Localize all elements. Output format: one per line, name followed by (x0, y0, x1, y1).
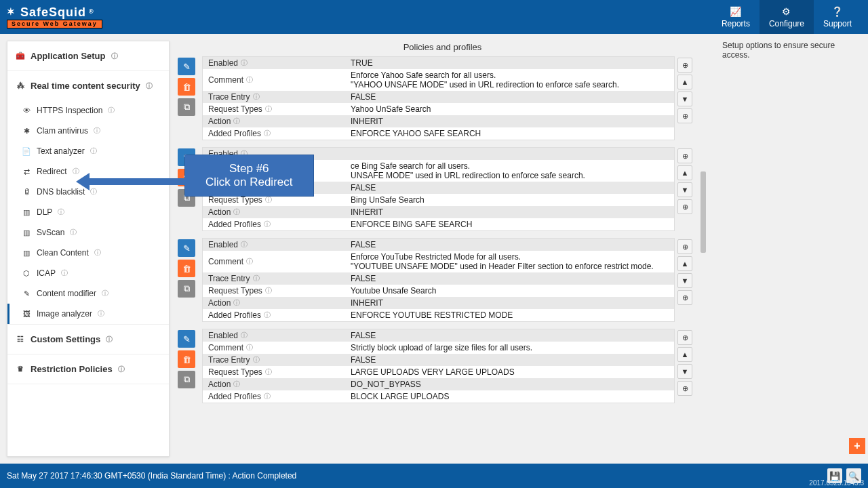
sliders-icon: ☷ (16, 335, 25, 344)
field-value: FALSE (345, 239, 674, 251)
edit-button[interactable]: ✎ (178, 330, 195, 348)
info-icon: ⓘ (94, 126, 100, 136)
sidebar-item-svscan[interactable]: ▥SvScan ⓘ (7, 222, 169, 243)
move-up-button[interactable]: ▲ (677, 75, 692, 89)
sidebar-restriction-policies[interactable]: ♛ Restriction Policies ⓘ (7, 354, 169, 384)
nav-support-label: Support (823, 19, 852, 28)
sidebar-item-label: DLP (37, 207, 52, 217)
edit-button[interactable]: ✎ (178, 58, 195, 75)
sidebar-restriction-label: Restriction Policies (31, 364, 113, 374)
chart-icon: 📈 (730, 6, 741, 17)
sidebar-item-clean-content[interactable]: ▥Clean Content ⓘ (7, 243, 169, 263)
move-up-button[interactable]: ▲ (677, 256, 692, 271)
field-value: INHERIT (345, 115, 674, 127)
info-icon: ⓘ (94, 248, 101, 258)
field-value: ENFORCE BING SAFE SEARCH (345, 218, 674, 230)
policy-table: Enabled ⓘTRUEComment ⓘEnforce Yahoo Safe… (202, 56, 675, 140)
sidebar-item-image-analyzer[interactable]: 🖼Image analyzer ⓘ (7, 304, 169, 324)
policy-list: ✎ 🗑 ⧉ Enabled ⓘTRUEComment ⓘEnforce Yaho… (178, 56, 699, 457)
move-bottom-button[interactable]: ⊕ (677, 199, 692, 214)
field-value: Youtube Unsafe Search (345, 285, 674, 297)
callout-arrow-icon (76, 171, 186, 192)
nav-configure[interactable]: ⚙ Configure (760, 0, 814, 34)
edit-button[interactable]: ✎ (178, 239, 195, 257)
field-value: DO_NOT_BYPASS (345, 378, 674, 390)
item-icon: ✱ (22, 127, 31, 136)
info-icon: ⓘ (246, 257, 253, 266)
card-actions: ✎ 🗑 ⧉ (178, 238, 202, 322)
info-icon: ⓘ (253, 355, 260, 365)
brand-reg: ® (89, 9, 94, 15)
move-down-button[interactable]: ▼ (677, 364, 692, 379)
nav-configure-label: Configure (769, 19, 804, 28)
app-header: ✶ SafeSquid® Secure Web Gateway 📈 Report… (0, 0, 868, 34)
move-up-button[interactable]: ▲ (677, 165, 692, 180)
clone-button[interactable]: ⧉ (178, 371, 195, 388)
info-icon: ⓘ (58, 207, 64, 217)
field-value: FALSE (345, 272, 674, 285)
delete-button[interactable]: 🗑 (178, 350, 195, 368)
sidebar-item-label: HTTPS Inspection (37, 106, 102, 115)
info-icon: ⓘ (246, 75, 253, 85)
item-icon: ▥ (22, 249, 31, 258)
info-icon: ⓘ (264, 129, 271, 138)
sidebar-item-content-modifier[interactable]: ✎Content modifier ⓘ (7, 283, 169, 304)
move-down-button[interactable]: ▼ (677, 92, 692, 106)
brand-tagline: Secure Web Gateway (7, 20, 102, 28)
move-top-button[interactable]: ⊕ (677, 330, 692, 345)
table-row: Request Types ⓘLARGE UPLOADS VERY LARGE … (203, 366, 674, 378)
move-up-button[interactable]: ▲ (677, 347, 692, 362)
field-label: Added Profiles ⓘ (203, 390, 345, 403)
table-row: Comment ⓘEnforce Yahoo Safe search for a… (203, 69, 674, 91)
table-row: Added Profiles ⓘENFORCE YAHOO SAFE SEARC… (203, 127, 674, 140)
move-bottom-button[interactable]: ⊕ (677, 108, 692, 123)
sidebar-item-dlp[interactable]: ▥DLP ⓘ (7, 202, 169, 222)
field-label: Trace Entry ⓘ (203, 91, 345, 103)
move-bottom-button[interactable]: ⊕ (677, 290, 692, 305)
sidebar-item-label: Clean Content (37, 248, 89, 258)
move-top-button[interactable]: ⊕ (677, 58, 692, 73)
sidebar-custom-label: Custom Settings (31, 334, 100, 344)
field-label: Comment ⓘ (203, 69, 345, 91)
move-bottom-button[interactable]: ⊕ (677, 381, 692, 396)
add-policy-button[interactable]: + (849, 438, 865, 454)
sidebar-custom-settings[interactable]: ☷ Custom Settings ⓘ (7, 325, 169, 354)
sidebar-app-setup[interactable]: 🧰 Application Setup ⓘ (7, 41, 169, 70)
sidebar-item-https-inspection[interactable]: 👁HTTPS Inspection ⓘ (7, 100, 169, 121)
table-row: Trace Entry ⓘFALSE (203, 272, 674, 285)
field-value: INHERIT (345, 206, 674, 218)
field-value: FALSE (345, 329, 674, 342)
move-top-button[interactable]: ⊕ (677, 148, 692, 163)
clone-button[interactable]: ⧉ (178, 280, 195, 298)
sidebar-item-text-analyzer[interactable]: 📄Text analyzer ⓘ (7, 141, 169, 161)
table-row: Request Types ⓘYoutube Unsafe Search (203, 285, 674, 297)
delete-button[interactable]: 🗑 (178, 78, 195, 96)
scrollbar[interactable] (699, 56, 707, 457)
field-label: Added Profiles ⓘ (203, 218, 345, 230)
policy-card: ✎ 🗑 ⧉ Enabled ⓘTRUEComment ⓘEnforce Yaho… (178, 56, 695, 140)
scrollbar-thumb[interactable] (701, 171, 706, 253)
field-value: FALSE (345, 182, 674, 194)
sidebar-rtcs[interactable]: ⁂ Real time content security ⓘ (7, 71, 169, 100)
page-title: Policies and profiles (178, 41, 707, 56)
move-down-button[interactable]: ▼ (677, 273, 692, 288)
field-label: Trace Entry ⓘ (203, 272, 345, 285)
nav-reports[interactable]: 📈 Reports (712, 0, 760, 34)
help-icon: ❔ (831, 6, 843, 17)
info-icon: ⓘ (233, 298, 240, 308)
move-down-button[interactable]: ▼ (677, 182, 692, 197)
info-icon: ⓘ (146, 81, 153, 91)
nav-support[interactable]: ❔ Support (814, 0, 861, 34)
sidebar-item-label: Text analyzer (37, 146, 85, 156)
field-label: Trace Entry ⓘ (203, 354, 345, 366)
clone-button[interactable]: ⧉ (178, 98, 195, 116)
field-value: FALSE (345, 91, 674, 103)
sidebar-item-clam-antivirus[interactable]: ✱Clam antivirus ⓘ (7, 121, 169, 141)
table-row: Action ⓘDO_NOT_BYPASS (203, 378, 674, 390)
sidebar-item-icap[interactable]: ⬡ICAP ⓘ (7, 263, 169, 283)
info-icon: ⓘ (241, 58, 248, 68)
move-top-button[interactable]: ⊕ (677, 239, 692, 254)
card-side-actions: ⊕ ▲ ▼ ⊕ (675, 238, 695, 322)
delete-button[interactable]: 🗑 (178, 260, 195, 277)
bug-icon: ⁂ (16, 81, 25, 90)
